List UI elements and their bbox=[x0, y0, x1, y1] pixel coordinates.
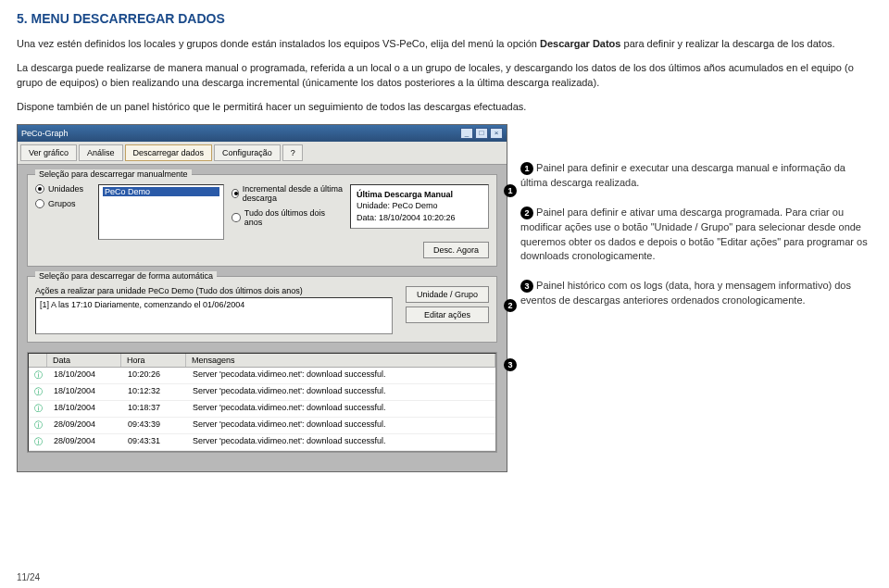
radio-grupos[interactable]: Grupos bbox=[35, 199, 91, 208]
text: Una vez estén definidos los locales y gr… bbox=[17, 38, 540, 49]
callout-marker-3: 3 bbox=[504, 358, 517, 371]
info-unit: Unidade: PeCo Demo bbox=[357, 200, 482, 212]
panel-manual-download: Seleção para descarregar manualmente Uni… bbox=[27, 174, 497, 267]
cell-msg: Server 'pecodata.vidimeo.net': download … bbox=[187, 384, 495, 400]
col-icon bbox=[29, 354, 47, 367]
last-download-info: Última Descarga Manual Unidade: PeCo Dem… bbox=[350, 184, 489, 229]
cell-msg: Server 'pecodata.vidimeo.net': download … bbox=[187, 368, 495, 383]
radio-label: Tudo dos últimos dois anos bbox=[244, 208, 343, 227]
table-row: ⓘ 18/10/2004 10:18:37 Server 'pecodata.v… bbox=[29, 401, 495, 418]
radio-icon bbox=[35, 199, 44, 208]
info-icon: ⓘ bbox=[29, 401, 48, 417]
info-icon: ⓘ bbox=[29, 384, 48, 400]
radio-incremental[interactable]: Incremental desde a última descarga bbox=[232, 184, 343, 203]
info-icon: ⓘ bbox=[29, 434, 48, 450]
info-title: Última Descarga Manual bbox=[357, 189, 482, 201]
text: Painel para definir e executar una desca… bbox=[520, 162, 845, 188]
unit-group-button[interactable]: Unidade / Grupo bbox=[406, 286, 489, 303]
text: Painel para definir e ativar uma descarg… bbox=[520, 206, 868, 262]
radio-label: Grupos bbox=[48, 199, 76, 208]
intro-paragraph-2: La descarga puede realizarse de manera m… bbox=[17, 61, 872, 91]
window-title: PeCo-Graph bbox=[21, 129, 69, 138]
intro-paragraph-3: Dispone también de un panel histórico qu… bbox=[17, 100, 872, 115]
cell-time: 09:43:31 bbox=[122, 434, 187, 450]
text: Painel histórico com os logs (data, hora… bbox=[520, 280, 851, 306]
tab-analise[interactable]: Análise bbox=[79, 144, 123, 161]
table-row: ⓘ 28/09/2004 09:43:39 Server 'pecodata.v… bbox=[29, 418, 495, 434]
history-table: Data Hora Mensagens ⓘ 18/10/2004 10:20:2… bbox=[28, 353, 496, 452]
callout-marker-2: 2 bbox=[504, 299, 517, 312]
cell-time: 10:20:26 bbox=[122, 368, 187, 383]
info-date: Data: 18/10/2004 10:20:26 bbox=[357, 212, 482, 224]
cell-msg: Server 'pecodata.vidimeo.net': download … bbox=[187, 401, 495, 417]
cell-date: 18/10/2004 bbox=[48, 368, 122, 383]
list-item[interactable]: [1] A las 17:10 Diariamente, comenzando … bbox=[40, 300, 388, 309]
radio-icon bbox=[35, 184, 44, 194]
info-icon: ⓘ bbox=[29, 368, 48, 383]
page-number: 11/24 bbox=[17, 572, 40, 582]
maximize-icon[interactable]: □ bbox=[475, 128, 488, 139]
app-window: PeCo-Graph _ □ × Ver gráfico Análise Des… bbox=[17, 124, 507, 472]
radio-label: Unidades bbox=[48, 184, 83, 194]
radio-icon bbox=[232, 189, 239, 198]
callout-text-3: 3 Painel histórico com os logs (data, ho… bbox=[520, 279, 872, 308]
table-row: ⓘ 18/10/2004 10:12:32 Server 'pecodata.v… bbox=[29, 384, 495, 401]
col-message: Mensagens bbox=[186, 354, 495, 367]
list-item[interactable]: PeCo Demo bbox=[103, 187, 219, 196]
tab-descarregar-dados[interactable]: Descarregar dados bbox=[125, 144, 213, 161]
radio-unidades[interactable]: Unidades bbox=[35, 184, 91, 194]
cell-time: 10:12:32 bbox=[122, 384, 187, 400]
tab-ver-grafico[interactable]: Ver gráfico bbox=[20, 144, 77, 161]
panel-header: Seleção para descarregar manualmente bbox=[35, 169, 192, 179]
page-title: 5. MENU DESCARREGAR DADOS bbox=[17, 11, 872, 26]
actions-subtitle: Ações a realizar para unidade PeCo Demo … bbox=[35, 286, 393, 295]
callout-badge: 3 bbox=[520, 280, 533, 293]
col-time: Hora bbox=[121, 354, 186, 367]
bold-term: Descargar Datos bbox=[540, 38, 620, 49]
minimize-icon[interactable]: _ bbox=[460, 128, 473, 139]
intro-paragraph-1: Una vez estén definidos los locales y gr… bbox=[17, 37, 872, 52]
cell-date: 18/10/2004 bbox=[48, 401, 122, 417]
callout-marker-1: 1 bbox=[504, 184, 517, 197]
table-row: ⓘ 18/10/2004 10:20:26 Server 'pecodata.v… bbox=[29, 368, 495, 384]
cell-time: 09:43:39 bbox=[122, 418, 187, 433]
radio-tudo[interactable]: Tudo dos últimos dois anos bbox=[232, 208, 343, 227]
cell-date: 28/09/2004 bbox=[48, 418, 122, 433]
close-icon[interactable]: × bbox=[490, 128, 503, 139]
unit-listbox[interactable]: PeCo Demo bbox=[98, 184, 224, 240]
tab-configuracao[interactable]: Configuração bbox=[214, 144, 281, 161]
text: para definir y realizar la descarga de l… bbox=[620, 38, 834, 49]
help-button[interactable]: ? bbox=[282, 144, 303, 161]
cell-date: 18/10/2004 bbox=[48, 384, 122, 400]
window-titlebar: PeCo-Graph _ □ × bbox=[18, 125, 507, 142]
toolbar: Ver gráfico Análise Descarregar dados Co… bbox=[18, 142, 507, 165]
col-date: Data bbox=[47, 354, 121, 367]
panel-header: Seleção para descarregar de forma automá… bbox=[35, 271, 217, 281]
edit-actions-button[interactable]: Editar ações bbox=[406, 307, 489, 323]
callout-badge: 1 bbox=[520, 162, 533, 175]
panel-auto-download: Seleção para descarregar de forma automá… bbox=[27, 276, 497, 343]
cell-date: 28/09/2004 bbox=[48, 434, 122, 450]
info-icon: ⓘ bbox=[29, 418, 48, 433]
callout-text-2: 2 Painel para definir e ativar uma desca… bbox=[520, 206, 872, 265]
actions-list[interactable]: [1] A las 17:10 Diariamente, comenzando … bbox=[35, 297, 393, 334]
cell-time: 10:18:37 bbox=[122, 401, 187, 417]
callout-text-1: 1 Painel para definir e executar una des… bbox=[520, 161, 872, 191]
table-row: ⓘ 28/09/2004 09:43:31 Server 'pecodata.v… bbox=[29, 434, 495, 451]
download-now-button[interactable]: Desc. Agora bbox=[423, 242, 489, 258]
radio-icon bbox=[232, 213, 241, 222]
radio-label: Incremental desde a última descarga bbox=[243, 184, 343, 203]
panel-history: Data Hora Mensagens ⓘ 18/10/2004 10:20:2… bbox=[27, 352, 497, 453]
cell-msg: Server 'pecodata.vidimeo.net': download … bbox=[187, 418, 495, 433]
cell-msg: Server 'pecodata.vidimeo.net': download … bbox=[187, 434, 495, 450]
callout-badge: 2 bbox=[520, 206, 533, 219]
